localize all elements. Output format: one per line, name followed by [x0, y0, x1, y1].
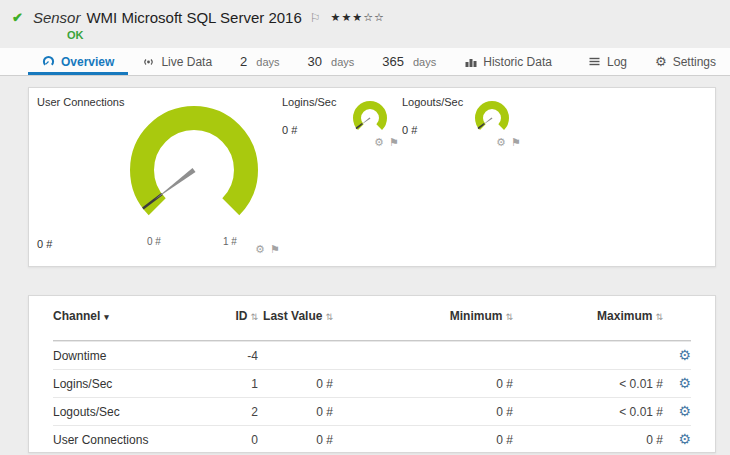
- sort-icon[interactable]: ⇅: [655, 312, 663, 322]
- tab-label: Live Data: [161, 55, 212, 69]
- table-row-user-connections: User Connections 0 0 # 0 # 0 # ⚙: [53, 425, 691, 453]
- tab-label: Overview: [61, 55, 114, 69]
- channel-name[interactable]: Downtime: [53, 349, 203, 363]
- gauge-title-user-connections: User Connections: [37, 96, 124, 108]
- gauge-needle: [360, 117, 370, 125]
- channel-settings-icon[interactable]: ⚙: [678, 347, 691, 363]
- channel-maximum: < 0.01 #: [513, 405, 663, 419]
- channel-settings-icon[interactable]: ⚙: [678, 403, 691, 419]
- gauge-scale-min: 0 #: [147, 236, 161, 247]
- channel-id: -4: [203, 349, 258, 363]
- column-label: Channel: [53, 309, 100, 323]
- sort-icon[interactable]: ⇅: [325, 312, 333, 322]
- gauge-pin-icon[interactable]: ⚑: [511, 136, 521, 149]
- tab-label: Log: [607, 55, 627, 69]
- bar-chart-icon: [464, 55, 477, 68]
- tab-number: 2: [240, 54, 247, 69]
- tab-2-days[interactable]: 2 days: [226, 48, 293, 75]
- channel-maximum: < 0.01 #: [513, 377, 663, 391]
- tab-365-days[interactable]: 365 days: [368, 48, 450, 75]
- gauge-settings-icon[interactable]: ⚙: [374, 136, 384, 149]
- tab-label: Settings: [673, 55, 716, 69]
- channel-name[interactable]: Logouts/Sec: [53, 405, 203, 419]
- status-check-icon: ✔: [12, 10, 23, 25]
- tab-label: Historic Data: [483, 55, 552, 69]
- tab-bar: Overview Live Data 2 days 30 days 365 da…: [0, 48, 730, 76]
- channel-last-value: 0 #: [258, 377, 333, 391]
- channel-id: 1: [203, 377, 258, 391]
- tab-number: 365: [382, 54, 404, 69]
- gauge-pin-icon[interactable]: ⚑: [389, 136, 399, 149]
- channel-minimum: 0 #: [333, 433, 513, 447]
- column-header-channel[interactable]: Channel▾: [53, 309, 203, 323]
- page-title: WMI Microsoft SQL Server 2016: [86, 9, 301, 26]
- channel-settings-icon[interactable]: ⚙: [678, 375, 691, 391]
- gauge-current-value: 0 #: [282, 124, 297, 136]
- channel-minimum: 0 #: [333, 405, 513, 419]
- gauge-pin-icon[interactable]: ⚑: [270, 243, 280, 256]
- gauge-current-value: 0 #: [37, 238, 52, 250]
- channels-table: Channel▾ ID⇅ Last Value⇅ Minimum⇅ Maximu…: [29, 296, 715, 453]
- chevron-down-icon[interactable]: ▾: [104, 312, 109, 322]
- channel-id: 0: [203, 433, 258, 447]
- column-header-id[interactable]: ID⇅: [203, 309, 258, 323]
- column-header-minimum[interactable]: Minimum⇅: [333, 309, 513, 323]
- tab-live-data[interactable]: Live Data: [128, 48, 226, 75]
- tab-historic-data[interactable]: Historic Data: [450, 48, 566, 75]
- channel-name[interactable]: User Connections: [53, 433, 203, 447]
- priority-stars[interactable]: ★★★☆☆: [331, 11, 385, 24]
- gauge-action-icons: ⚙ ⚑: [496, 136, 521, 149]
- gauge-title-logouts: Logouts/Sec: [402, 96, 463, 108]
- log-list-icon: [588, 55, 601, 68]
- column-header-last-value[interactable]: Last Value⇅: [258, 309, 333, 323]
- gauge-action-icons: ⚙ ⚑: [255, 243, 280, 256]
- table-row-logouts: Logouts/Sec 2 0 # 0 # < 0.01 # ⚙: [53, 397, 691, 425]
- column-label: Minimum: [450, 309, 503, 323]
- gauge-settings-icon[interactable]: ⚙: [255, 243, 265, 256]
- table-row-logins: Logins/Sec 1 0 # 0 # < 0.01 # ⚙: [53, 369, 691, 397]
- gauge-icon: [42, 55, 55, 68]
- tab-unit: days: [256, 56, 279, 68]
- gauge-title-logins: Logins/Sec: [282, 96, 336, 108]
- channel-id: 2: [203, 405, 258, 419]
- tab-overview[interactable]: Overview: [28, 48, 128, 75]
- channel-name[interactable]: Logins/Sec: [53, 377, 203, 391]
- channels-table-panel: Channel▾ ID⇅ Last Value⇅ Minimum⇅ Maximu…: [28, 295, 716, 453]
- channel-last-value: 0 #: [258, 405, 333, 419]
- gauge-scale-max: 1 #: [223, 236, 237, 247]
- table-row-downtime: Downtime -4 ⚙: [53, 341, 691, 369]
- tab-30-days[interactable]: 30 days: [294, 48, 369, 75]
- gauge-needle: [482, 117, 492, 125]
- tab-unit: days: [331, 56, 354, 68]
- object-kind-label: Sensor: [33, 9, 81, 26]
- gauge-action-icons: ⚙ ⚑: [374, 136, 399, 149]
- prtg-sensor-page: ✔ Sensor WMI Microsoft SQL Server 2016 ⚐…: [0, 0, 730, 455]
- channel-last-value: 0 #: [258, 433, 333, 447]
- column-label: Last Value: [263, 309, 322, 323]
- gear-icon: ⚙: [655, 55, 667, 68]
- channel-maximum: 0 #: [513, 433, 663, 447]
- sensor-header-line: ✔ Sensor WMI Microsoft SQL Server 2016 ⚐…: [12, 9, 718, 26]
- sort-icon[interactable]: ⇅: [250, 312, 258, 322]
- sensor-status-badge: OK: [67, 29, 718, 41]
- gauge-settings-icon[interactable]: ⚙: [496, 136, 506, 149]
- sort-icon[interactable]: ⇅: [505, 312, 513, 322]
- gauge-needle: [154, 168, 195, 200]
- gauge-current-value: 0 #: [402, 124, 417, 136]
- gauges-panel: User Connections 0 # 0 # 1 # ⚙ ⚑ Logins/…: [28, 87, 716, 267]
- channel-minimum: 0 #: [333, 377, 513, 391]
- channel-settings-icon[interactable]: ⚙: [678, 431, 691, 447]
- user-connections-gauge: [124, 98, 264, 238]
- column-label: ID: [235, 309, 247, 323]
- tab-log[interactable]: Log: [574, 48, 641, 75]
- tab-settings[interactable]: ⚙ Settings: [641, 48, 730, 75]
- tab-number: 30: [308, 54, 322, 69]
- tab-unit: days: [413, 56, 436, 68]
- broadcast-icon: [142, 55, 155, 68]
- flag-icon[interactable]: ⚐: [310, 11, 321, 25]
- sensor-header: ✔ Sensor WMI Microsoft SQL Server 2016 ⚐…: [0, 0, 730, 48]
- table-header-row: Channel▾ ID⇅ Last Value⇅ Minimum⇅ Maximu…: [53, 296, 691, 341]
- column-label: Maximum: [597, 309, 652, 323]
- column-header-maximum[interactable]: Maximum⇅: [513, 309, 663, 323]
